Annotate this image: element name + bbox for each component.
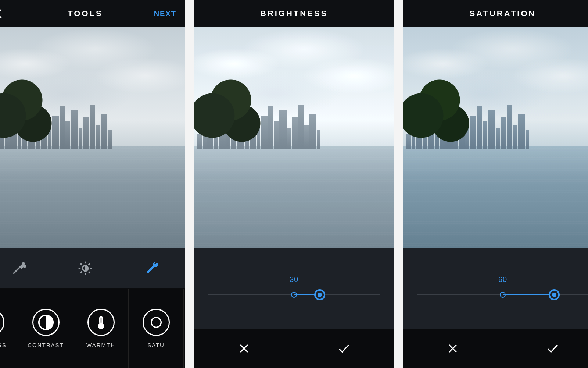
svg-point-4 — [24, 265, 25, 267]
tool-label: CONTRAST — [28, 342, 64, 348]
header: BRIGHTNESS — [194, 0, 394, 27]
tool-warmth[interactable]: WARMTH — [74, 289, 129, 368]
page-title: TOOLS — [68, 9, 103, 18]
close-icon — [447, 342, 459, 355]
photo-preview — [0, 27, 185, 248]
tool-label: WARMTH — [86, 342, 115, 348]
check-icon — [337, 342, 351, 355]
tool-strip[interactable]: GHTNESS CONTRAST — [0, 289, 185, 368]
page-title: SATURATION — [470, 9, 536, 18]
tool-label: GHTNESS — [0, 342, 7, 348]
header: SATURATION — [403, 0, 588, 27]
svg-line-12 — [80, 272, 82, 273]
tab-filters[interactable] — [10, 259, 28, 277]
cancel-button[interactable] — [403, 329, 503, 368]
page-title: BRIGHTNESS — [260, 9, 328, 18]
tool-saturation[interactable]: SATU — [129, 289, 184, 368]
confirm-bar — [403, 329, 588, 368]
saturation-icon — [143, 309, 170, 336]
svg-point-17 — [98, 323, 103, 328]
confirm-button[interactable] — [503, 329, 588, 368]
svg-line-10 — [80, 263, 82, 265]
slider-value-label: 30 — [290, 275, 298, 284]
slider-value-label: 60 — [498, 275, 507, 284]
svg-point-3 — [23, 263, 24, 264]
screen-brightness: BRIGHTNESS 30 — [194, 0, 394, 368]
contrast-icon — [32, 309, 60, 336]
slider-thumb[interactable] — [549, 289, 560, 300]
tool-brightness[interactable]: GHTNESS — [0, 289, 18, 368]
header: TOOLS NEXT — [0, 0, 185, 27]
slider-panel: 30 — [194, 248, 394, 329]
svg-line-13 — [89, 263, 90, 265]
tab-lux[interactable] — [76, 259, 94, 277]
photo-preview — [403, 27, 588, 248]
brightness-slider[interactable] — [208, 287, 380, 302]
svg-point-18 — [151, 317, 161, 327]
svg-line-1 — [0, 14, 1, 18]
back-button[interactable] — [0, 7, 4, 20]
svg-line-0 — [0, 10, 1, 14]
screen-tools: TOOLS NEXT — [0, 0, 185, 368]
tool-contrast[interactable]: CONTRAST — [18, 289, 74, 368]
photo-preview — [194, 27, 394, 248]
screen-saturation: SATURATION 60 — [403, 0, 588, 368]
slider-thumb[interactable] — [314, 289, 325, 300]
next-button[interactable]: NEXT — [154, 10, 176, 18]
mode-tabbar — [0, 248, 185, 289]
slider-panel: 60 — [403, 248, 588, 329]
check-icon — [546, 342, 560, 355]
thermometer-icon — [87, 309, 115, 336]
tab-tools[interactable] — [143, 259, 161, 277]
aperture-icon — [0, 309, 4, 336]
svg-line-2 — [13, 267, 20, 273]
confirm-bar — [194, 329, 394, 368]
cancel-button[interactable] — [194, 329, 294, 368]
svg-line-11 — [89, 272, 90, 273]
close-icon — [238, 342, 250, 355]
saturation-slider[interactable] — [417, 287, 588, 302]
tool-label: SATU — [147, 342, 165, 348]
confirm-button[interactable] — [294, 329, 394, 368]
